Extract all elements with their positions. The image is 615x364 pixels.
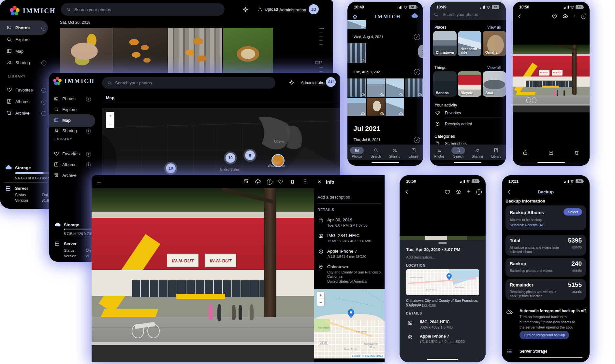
administration-link[interactable]: Administration xyxy=(301,80,327,85)
sidebar-item-albums[interactable]: Albums xyxy=(62,162,76,167)
sidebar-item-favorites[interactable]: Favorites xyxy=(62,151,80,156)
avatar[interactable]: AU xyxy=(326,77,336,87)
sidebar-item-sharing[interactable]: Sharing xyxy=(15,60,30,65)
info-icon[interactable]: i xyxy=(476,189,482,195)
profile-logo-icon[interactable]: ✿ xyxy=(353,13,357,20)
place-card[interactable]: Near north side xyxy=(458,31,481,56)
select-group-check-icon[interactable]: ✓ xyxy=(414,69,420,75)
home-indicator[interactable] xyxy=(537,162,565,163)
photo-thumbnail[interactable] xyxy=(405,78,423,97)
administration-link[interactable]: Administration xyxy=(279,7,306,12)
location-map[interactable]: Jefferson Street Bay Street Beach Street xyxy=(406,269,479,295)
photo-thumbnail[interactable] xyxy=(367,98,385,116)
sidebar-item-explore[interactable]: Explore xyxy=(15,37,30,42)
heart-icon[interactable] xyxy=(278,179,284,184)
home-indicator[interactable] xyxy=(372,162,399,163)
map-attribution[interactable]: Leaflet | © OpenStreetMap xyxy=(351,354,384,358)
trash-icon[interactable] xyxy=(290,179,295,184)
thing-card[interactable]: Boat xyxy=(483,71,506,97)
plus-icon[interactable]: + xyxy=(467,188,471,195)
sidebar-label-map[interactable]: Map xyxy=(62,118,71,123)
photo-thumbnail[interactable] xyxy=(60,28,113,73)
map-zoom-control[interactable]: + − xyxy=(317,291,325,306)
close-icon[interactable]: ✕ xyxy=(317,179,322,185)
tab-search[interactable]: Search xyxy=(449,147,468,158)
sidebar-item-favorites[interactable]: Favorites xyxy=(15,88,33,92)
tab-sharing[interactable]: Sharing xyxy=(468,147,487,158)
select-group-check-icon[interactable]: ✓ xyxy=(414,137,420,143)
photo-thumbnail[interactable] xyxy=(347,43,366,63)
places-view-all[interactable]: View all xyxy=(487,25,501,30)
zoom-in-button[interactable]: + xyxy=(106,112,114,120)
tab-photos[interactable]: Photos xyxy=(347,147,366,158)
app-logo[interactable]: IMMICH xyxy=(10,6,56,16)
sidebar-item-map[interactable]: Map xyxy=(15,49,23,54)
heart-icon[interactable] xyxy=(445,189,450,195)
zoom-in-button[interactable]: + xyxy=(317,292,324,299)
cloud-upload-icon[interactable] xyxy=(562,14,568,19)
map-zoom-control[interactable]: + − xyxy=(106,112,114,128)
map-photo-cluster[interactable] xyxy=(271,154,285,167)
map-cluster[interactable]: 10 xyxy=(166,163,176,173)
search-input[interactable]: Search your photos xyxy=(434,12,478,17)
theme-toggle-sun-icon[interactable] xyxy=(243,7,248,14)
tab-library[interactable]: Library xyxy=(487,147,506,158)
home-indicator[interactable] xyxy=(454,162,481,163)
search-input[interactable]: Search your photos xyxy=(61,3,225,16)
avatar[interactable]: JD xyxy=(309,4,319,14)
zoom-out-button[interactable]: − xyxy=(106,120,114,128)
turn-on-foreground-backup-button[interactable]: Turn on foreground backup xyxy=(520,331,569,339)
add-to-album-icon[interactable] xyxy=(548,150,554,155)
photo-thumbnail[interactable] xyxy=(113,28,168,73)
info-icon[interactable]: i xyxy=(267,179,272,185)
place-card[interactable]: Chinatown xyxy=(433,31,457,56)
add-description-field[interactable]: Add a description xyxy=(317,195,350,200)
timeline-scrubber[interactable]: 2017 xyxy=(315,28,331,74)
photo-innout-storefront[interactable]: IN-N-OUT IN-N-OUT xyxy=(513,45,590,112)
archive-download-icon[interactable] xyxy=(243,179,249,184)
map-cluster[interactable]: 8 xyxy=(245,150,255,160)
share-icon[interactable] xyxy=(522,150,528,155)
activity-favorites[interactable]: Favorites xyxy=(445,111,461,115)
photo-thumbnail[interactable] xyxy=(367,78,385,97)
select-group-check-icon[interactable]: ✓ xyxy=(414,34,420,40)
photo-thumbnail[interactable] xyxy=(347,78,366,97)
tab-sharing[interactable]: Sharing xyxy=(385,147,404,158)
photo-thumbnail[interactable] xyxy=(386,98,404,116)
photo-thumbnail[interactable] xyxy=(347,98,366,116)
sidebar-item-archive[interactable]: Archive xyxy=(62,173,76,178)
search-input[interactable]: Search your photos xyxy=(102,77,275,89)
back-chevron-icon[interactable] xyxy=(404,189,410,195)
photo-innout-storefront[interactable]: IN-N-OUT IN-N-OUT xyxy=(92,188,314,362)
plus-icon[interactable]: + xyxy=(573,13,577,19)
theme-toggle-sun-icon[interactable] xyxy=(289,80,294,86)
location-name[interactable]: Chinatown xyxy=(327,264,348,269)
add-description-field[interactable]: Add description... xyxy=(406,255,435,259)
back-arrow-icon[interactable]: ← xyxy=(96,178,102,185)
cloud-upload-icon[interactable] xyxy=(255,179,261,185)
sheet-drag-handle[interactable] xyxy=(438,242,447,244)
photo-thumbnail[interactable] xyxy=(347,20,366,29)
sidebar-item-archive[interactable]: Archive xyxy=(15,111,29,116)
photo-edge-strip[interactable] xyxy=(400,236,486,240)
select-button[interactable]: Select xyxy=(564,208,582,216)
cloud-upload-icon[interactable] xyxy=(455,189,461,195)
photo-thumbnail[interactable] xyxy=(386,78,404,97)
photo-thumbnail[interactable] xyxy=(223,28,273,73)
info-icon[interactable]: i xyxy=(581,14,586,19)
heart-icon[interactable] xyxy=(552,14,557,19)
trash-icon[interactable] xyxy=(574,150,579,155)
upload-button[interactable]: Upload xyxy=(257,7,278,12)
home-indicator[interactable] xyxy=(427,359,458,360)
thing-card[interactable]: Bicycle xyxy=(458,71,481,97)
more-options-icon[interactable]: ⋮ xyxy=(302,178,308,184)
things-view-all[interactable]: View all xyxy=(487,65,501,70)
app-logo[interactable]: IMMICH xyxy=(53,77,95,85)
detail-sheet[interactable]: Tue, Apr 30, 2019 • 8:07 PM Add descript… xyxy=(400,240,486,362)
activity-recently-added[interactable]: Recently added xyxy=(445,122,472,126)
photo-thumbnail[interactable] xyxy=(168,28,222,73)
sidebar-label-photos[interactable]: Photos xyxy=(15,25,30,30)
tab-photos[interactable]: Photos xyxy=(430,147,449,158)
map-cluster[interactable]: 10 xyxy=(226,153,235,163)
sidebar-item-albums[interactable]: Albums xyxy=(15,99,29,104)
